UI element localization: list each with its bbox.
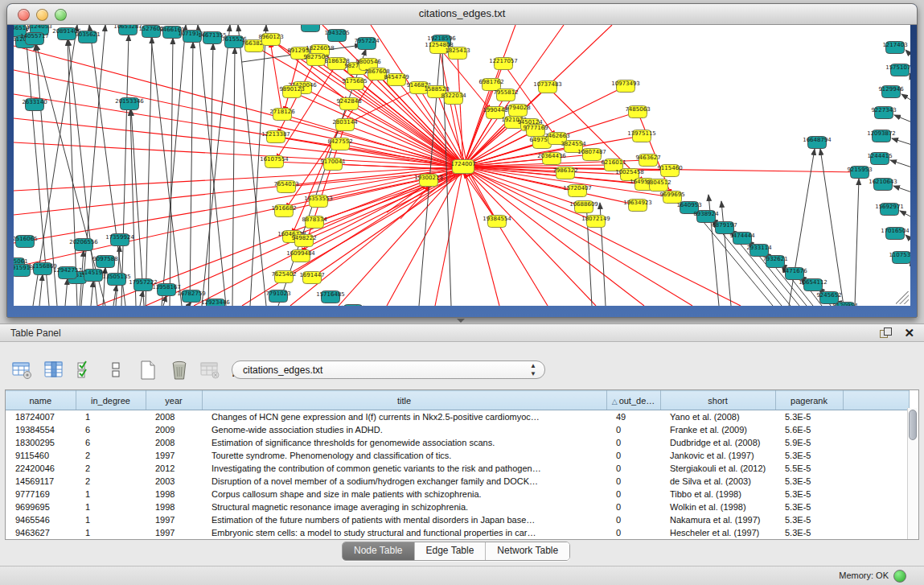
cell-out_degree[interactable]: 0 [606, 526, 660, 539]
cell-year[interactable]: 2003 [146, 475, 202, 488]
cell-short[interactable]: Jankovic et al. (1997) [660, 449, 775, 462]
float-panel-icon[interactable] [880, 328, 892, 340]
cell-title[interactable]: Estimation of significance thresholds fo… [202, 436, 606, 449]
cell-short[interactable]: Tibbo et al. (1998) [660, 488, 775, 501]
cell-pagerank[interactable]: 5.3E-5 [775, 526, 843, 539]
cell-name[interactable]: 9465546 [6, 513, 76, 526]
cell-out_degree[interactable]: 0 [606, 488, 660, 501]
table-row[interactable]: 911546021997Tourette syndrome. Phenomeno… [6, 449, 910, 462]
cell-title[interactable]: Disruption of a novel member of a sodium… [202, 475, 606, 488]
cell-year[interactable]: 1997 [146, 526, 202, 539]
table-row[interactable]: 946362711997Embryonic stem cells: a mode… [6, 526, 910, 539]
cell-in_degree[interactable]: 1 [76, 526, 146, 539]
tab-edge-table[interactable]: Edge Table [415, 542, 487, 560]
cell-title[interactable]: Structural magnetic resonance image aver… [202, 501, 606, 513]
cell-year[interactable]: 2012 [146, 462, 202, 475]
cell-year[interactable]: 2008 [146, 410, 202, 424]
cell-name[interactable]: 18300295 [6, 436, 76, 449]
cell-short[interactable]: Franke et al. (2009) [660, 423, 775, 436]
table-row[interactable]: 1938455462009Genome-wide association stu… [6, 423, 910, 436]
cell-out_degree[interactable]: 0 [606, 475, 660, 488]
cell-short[interactable]: Nakamura et al. (1997) [660, 513, 775, 526]
cell-out_degree[interactable]: 0 [606, 423, 660, 436]
table-row[interactable]: 1456911722003Disruption of a novel membe… [6, 475, 910, 488]
table-row[interactable]: 1872400712008Changes of HCN gene express… [6, 410, 910, 424]
column-header-out_degree[interactable]: △out_de… [606, 391, 660, 410]
cell-title[interactable]: Estimation of the future numbers of pati… [202, 513, 606, 526]
cell-short[interactable]: de Silva et al. (2003) [660, 475, 775, 488]
table-settings-icon[interactable] [11, 360, 33, 381]
cell-short[interactable]: Wolkin et al. (1998) [660, 501, 775, 513]
table-row[interactable]: 2242004622012Investigating the contribut… [6, 462, 910, 475]
tab-network-table[interactable]: Network Table [486, 542, 569, 560]
cell-out_degree[interactable]: 0 [606, 449, 660, 462]
cell-in_degree[interactable]: 6 [76, 436, 146, 449]
column-header-year[interactable]: year [146, 391, 202, 410]
memory-status-icon[interactable] [893, 570, 906, 583]
import-table-icon[interactable] [199, 360, 221, 381]
cell-pagerank[interactable]: 5.5E-5 [775, 462, 843, 475]
cell-in_degree[interactable]: 2 [76, 462, 146, 475]
cell-in_degree[interactable]: 1 [76, 513, 146, 526]
cell-year[interactable]: 2009 [146, 423, 202, 436]
cell-year[interactable]: 1997 [146, 449, 202, 462]
cell-in_degree[interactable]: 1 [76, 501, 146, 513]
table-selector-dropdown[interactable]: citations_edges.txt ▲▼ [232, 360, 545, 379]
column-header-pagerank[interactable]: pagerank [775, 391, 843, 410]
window-titlebar[interactable]: citations_edges.txt [7, 4, 917, 25]
table-row[interactable]: 977716911998Corpus callosum shape and si… [6, 488, 910, 501]
cell-title[interactable]: Corpus callosum shape and size in male p… [202, 488, 606, 501]
cell-pagerank[interactable]: 5.3E-5 [775, 488, 843, 501]
cell-year[interactable]: 2008 [146, 436, 202, 449]
vertical-scrollbar[interactable] [907, 408, 918, 539]
column-header-in_degree[interactable]: in_degree [76, 391, 146, 410]
cell-name[interactable]: 9463627 [6, 526, 76, 539]
column-header-title[interactable]: title [202, 391, 606, 410]
cell-out_degree[interactable]: 0 [606, 513, 660, 526]
cell-name[interactable]: 22420046 [6, 462, 76, 475]
cell-title[interactable]: Tourette syndrome. Phenomenology and cla… [202, 449, 606, 462]
cell-title[interactable]: Genome-wide association studies in ADHD. [202, 423, 606, 436]
show-columns-icon[interactable] [43, 360, 64, 381]
cell-name[interactable]: 9699695 [6, 501, 76, 513]
cell-in_degree[interactable]: 6 [76, 423, 146, 436]
cell-out_degree[interactable]: 0 [606, 501, 660, 513]
delete-table-icon[interactable] [168, 360, 190, 381]
select-columns-icon[interactable] [74, 360, 96, 381]
resize-grip-icon[interactable] [896, 291, 909, 304]
cell-name[interactable]: 18724007 [6, 410, 76, 424]
cell-year[interactable]: 1998 [146, 488, 202, 501]
cell-title[interactable]: Changes of HCN gene expression and I(f) … [202, 410, 606, 424]
table-row[interactable]: 946554611997Estimation of the future num… [6, 513, 910, 526]
cell-pagerank[interactable]: 5.3E-5 [775, 410, 843, 424]
row-mode-icon[interactable] [105, 360, 127, 381]
cell-short[interactable]: Dudbridge et al. (2008) [660, 436, 775, 449]
cell-year[interactable]: 1998 [146, 501, 202, 513]
citation-network-graph[interactable]: 1846514912405381204571405571720891406903… [14, 25, 910, 306]
cell-name[interactable]: 19384554 [6, 423, 76, 436]
splitter-handle-icon[interactable] [457, 319, 465, 323]
cell-out_degree[interactable]: 0 [606, 462, 660, 475]
cell-pagerank[interactable]: 5.3E-5 [775, 475, 843, 488]
cell-pagerank[interactable]: 5.3E-5 [775, 449, 843, 462]
cell-in_degree[interactable]: 1 [76, 410, 146, 424]
cell-name[interactable]: 9115460 [6, 449, 76, 462]
cell-year[interactable]: 1997 [146, 513, 202, 526]
cell-pagerank[interactable]: 5.6E-5 [775, 423, 843, 436]
table-row[interactable]: 969969511998Structural magnetic resonanc… [6, 501, 910, 513]
table-row[interactable]: 1830029562008Estimation of significance … [6, 436, 910, 449]
cell-pagerank[interactable]: 5.3E-5 [775, 501, 843, 513]
cell-title[interactable]: Investigating the contribution of common… [202, 462, 606, 475]
tab-node-table[interactable]: Node Table [343, 542, 415, 560]
column-header-short[interactable]: short [660, 391, 775, 410]
cell-short[interactable]: Yano et al. (2008) [660, 410, 775, 424]
cell-in_degree[interactable]: 2 [76, 449, 146, 462]
cell-in_degree[interactable]: 2 [76, 475, 146, 488]
column-header-name[interactable]: name [6, 391, 76, 410]
cell-name[interactable]: 9777169 [6, 488, 76, 501]
cell-short[interactable]: Hescheler et al. (1997) [660, 526, 775, 539]
cell-out_degree[interactable]: 0 [606, 436, 660, 449]
cell-out_degree[interactable]: 49 [606, 410, 660, 424]
cell-pagerank[interactable]: 5.9E-5 [775, 436, 843, 449]
cell-in_degree[interactable]: 1 [76, 488, 146, 501]
